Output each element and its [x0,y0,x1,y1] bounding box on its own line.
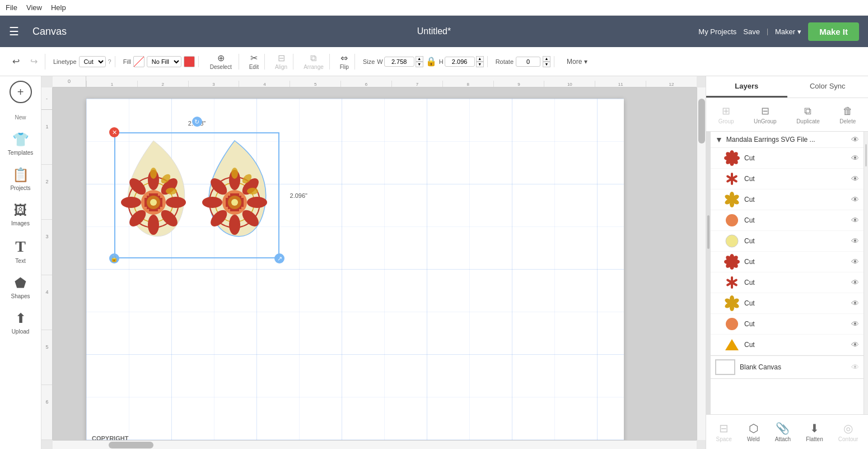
v-scroll-thumb[interactable] [698,99,705,144]
layer-eye-1[interactable]: 👁 [851,154,859,163]
layer-eye-3[interactable]: 👁 [851,195,859,204]
layer-item-9[interactable]: Cut 👁 [711,314,864,335]
layer-item-5[interactable]: Cut 👁 [711,231,864,252]
layer-item-2[interactable]: Cut 👁 [711,169,864,189]
layer-eye-2[interactable]: 👁 [851,174,859,183]
rotate-handle[interactable]: ↻ [192,117,202,127]
deselect-button[interactable]: ⊕ Deselect [207,54,235,70]
layer-eye-icon[interactable]: 👁 [851,135,859,144]
undo-redo-group: ↩ ↪ [4,54,45,70]
layer-item-4[interactable]: Cut 👁 [711,210,864,231]
layer-item-10[interactable]: Cut 👁 [711,335,864,355]
my-projects-button[interactable]: My Projects [698,27,736,36]
sidebar-item-upload[interactable]: ⬆ Upload [3,306,39,339]
vertical-scrollbar[interactable] [697,87,706,440]
fill-swatch[interactable] [133,56,144,67]
layer-eye-10[interactable]: 👁 [851,340,859,349]
layer-item-7[interactable]: Cut 👁 [711,272,864,293]
delete-label: Delete [839,118,856,124]
layer-item-1[interactable]: Cut 👁 [711,148,864,169]
new-button[interactable]: + [10,81,32,103]
hamburger-menu-icon[interactable]: ☰ [9,25,19,38]
more-button[interactable]: More ▾ [562,54,592,70]
sidebar-item-text[interactable]: T Text [3,233,39,269]
width-down-button[interactable]: ▼ [416,62,423,67]
flip-button[interactable]: ⇔ Flip [338,54,351,70]
menu-file[interactable]: File [6,3,17,12]
tab-layers[interactable]: Layers [706,76,787,98]
rotate-down-button[interactable]: ▼ [543,62,550,67]
rotate-up-button[interactable]: ▲ [543,56,550,62]
width-input[interactable] [384,57,414,67]
layer-eye-8[interactable]: 👁 [851,299,859,308]
make-it-button[interactable]: Make It [808,22,859,41]
layer-item-6[interactable]: Cut 👁 [711,252,864,272]
arrange-button[interactable]: ⧉ Arrange [301,54,326,70]
linetype-question[interactable]: ? [108,58,111,65]
linetype-select[interactable]: Cut [79,56,106,67]
lock-handle[interactable]: 🔒 [109,253,119,263]
sidebar-item-projects[interactable]: 📋 Projects [3,163,39,196]
main-content: + New 👕 Templates 📋 Projects 🖼 Images T … [0,76,868,449]
layer-collapse-icon[interactable]: ▼ [715,135,723,144]
flatten-icon: ⬇ [810,422,819,435]
undo-button[interactable]: ↩ [8,54,24,70]
sidebar-item-templates[interactable]: 👕 Templates [3,127,39,160]
canvas-area[interactable]: 0 1 2 3 4 5 6 7 8 9 10 11 12 [41,76,706,449]
ungroup-tool[interactable]: ⊟ UnGroup [749,103,781,127]
linetype-color-swatch[interactable] [184,56,195,67]
height-up-button[interactable]: ▲ [476,56,484,62]
canvas-viewport[interactable]: 2.758" 2.096" ↻ ✕ 🔒 ↗ [53,87,697,440]
delete-tool[interactable]: 🗑 Delete [835,103,860,127]
vertical-ruler: - 1 2 3 4 5 6 [41,87,53,440]
height-down-button[interactable]: ▼ [476,62,484,67]
layer-icon-1 [724,150,740,166]
weld-tool[interactable]: ⬡ Weld [744,419,763,445]
layers-scrollbar[interactable] [864,132,868,414]
sidebar-item-images[interactable]: 🖼 Images [3,198,39,231]
sidebar-item-new[interactable]: New [3,110,39,125]
earring-container[interactable]: 2.758" 2.096" ↻ ✕ 🔒 ↗ [114,132,279,258]
horizontal-scrollbar[interactable] [53,440,697,449]
maker-dropdown-button[interactable]: Maker ▾ [775,27,801,36]
rotate-input[interactable] [516,57,540,67]
blank-canvas-eye-icon[interactable]: 👁 [851,363,859,372]
contour-tool[interactable]: ◎ Contour [835,419,862,445]
layer-eye-9[interactable]: 👁 [851,320,859,328]
layer-eye-5[interactable]: 👁 [851,237,859,246]
duplicate-tool[interactable]: ⧉ Duplicate [792,103,824,127]
flatten-tool[interactable]: ⬇ Flatten [802,419,827,445]
group-tool[interactable]: ⊞ Group [714,103,739,127]
layer-group-header[interactable]: ▼ Mandala Earrings SVG File ... 👁 [711,132,864,148]
space-icon: ⊟ [719,422,729,435]
tab-color-sync[interactable]: Color Sync [787,76,869,98]
fill-select[interactable]: No Fill [147,56,181,67]
layer-item-8[interactable]: Cut 👁 [711,293,864,314]
edit-button[interactable]: ✂ Edit [247,54,261,70]
resize-handle[interactable]: ↗ [274,253,284,263]
templates-label: Templates [8,150,34,156]
layer-eye-6[interactable]: 👁 [851,257,859,266]
canvas-white[interactable]: 2.758" 2.096" ↻ ✕ 🔒 ↗ [86,99,624,440]
lock-proportions-icon[interactable]: 🔒 [426,56,437,67]
layers-scroll-thumb[interactable] [865,144,867,166]
space-tool[interactable]: ⊟ Space [713,419,735,445]
close-handle[interactable]: ✕ [109,127,119,137]
linetype-group: Linetype Cut ? [50,56,115,67]
redo-button[interactable]: ↪ [26,54,41,70]
rotate-group: Rotate ▲ ▼ [492,56,554,67]
menu-view[interactable]: View [26,3,42,12]
layer-eye-4[interactable]: 👁 [851,216,859,225]
save-button[interactable]: Save [743,27,760,36]
layer-item-3[interactable]: Cut 👁 [711,189,864,210]
layer-icon-8 [724,295,740,311]
layer-eye-7[interactable]: 👁 [851,278,859,287]
width-up-button[interactable]: ▲ [416,56,423,62]
blank-canvas-row[interactable]: Blank Canvas 👁 [711,355,864,379]
height-input[interactable] [445,57,475,67]
h-scroll-thumb[interactable] [109,442,153,448]
attach-tool[interactable]: 📎 Attach [772,419,794,445]
align-button[interactable]: ⊟ Align [273,54,290,70]
menu-help[interactable]: Help [51,3,66,12]
sidebar-item-shapes[interactable]: ⬟ Shapes [3,271,39,304]
